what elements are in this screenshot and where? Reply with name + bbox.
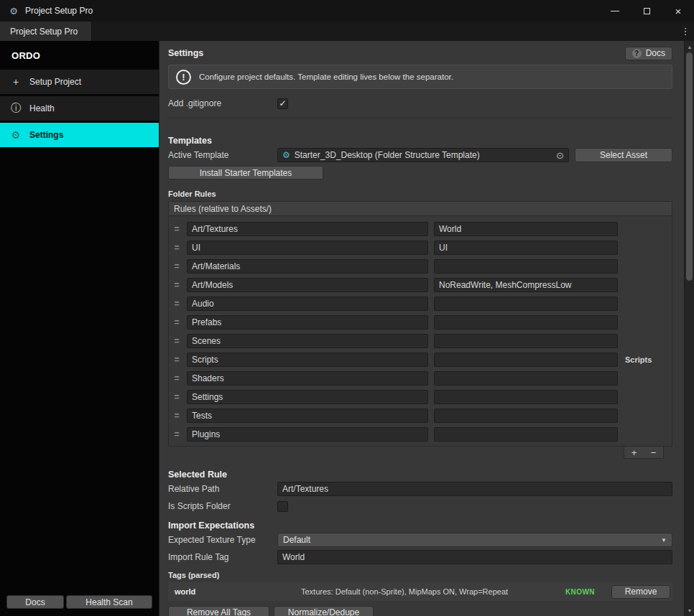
drag-handle-icon[interactable]: = [172, 337, 181, 345]
rule-row: = [172, 257, 668, 276]
scroll-down-icon[interactable]: ▼ [685, 605, 694, 615]
tab-menu-icon[interactable]: ⋮ [677, 22, 694, 41]
sidebar-title: ORDO [0, 41, 159, 70]
drag-handle-icon[interactable]: = [172, 244, 181, 251]
help-docs-button[interactable]: ? Docs [625, 47, 672, 60]
rules-list-footer: + − [168, 447, 672, 459]
tag-status-badge: KNOWN [565, 588, 606, 596]
close-button[interactable]: × [662, 0, 694, 22]
import-rule-tag-row: Import Rule Tag [168, 549, 672, 565]
rule-tag-input[interactable] [434, 427, 618, 442]
sidebar-item-health[interactable]: ⓘ Health [0, 96, 159, 121]
rules-footer-bar: + − [624, 447, 664, 459]
sidebar-item-label: Health [29, 103, 55, 113]
rule-path-input[interactable] [187, 315, 428, 330]
is-scripts-label: Is Scripts Folder [168, 501, 277, 511]
rule-tag-input[interactable] [434, 390, 618, 404]
add-rule-button[interactable]: + [624, 447, 644, 458]
rule-path-input[interactable] [187, 297, 428, 311]
remove-rule-button[interactable]: − [644, 447, 663, 458]
rule-tag-input[interactable] [434, 409, 618, 423]
active-template-object-field[interactable]: ⚙ Starter_3D_Desktop (Folder Structure T… [277, 148, 569, 162]
rule-tag-input[interactable] [434, 353, 618, 367]
window-body: ORDO + Setup Project ⓘ Health ⚙ Settings… [0, 41, 694, 616]
health-scan-button[interactable]: Health Scan [66, 595, 152, 609]
sidebar-item-setup-project[interactable]: + Setup Project [0, 70, 159, 94]
rules-list: ========Scripts==== [168, 215, 672, 447]
is-scripts-checkbox[interactable] [277, 501, 288, 512]
import-expectations-title: Import Expectations [168, 521, 672, 531]
docs-button[interactable]: Docs [6, 595, 64, 609]
rule-row: = [172, 425, 668, 444]
drag-handle-icon[interactable]: = [172, 263, 181, 270]
sidebar-item-label: Setup Project [29, 77, 81, 87]
rule-note-label: Scripts [624, 355, 668, 364]
is-scripts-row: Is Scripts Folder [168, 498, 672, 514]
rule-path-input[interactable] [187, 278, 428, 292]
sidebar: ORDO + Setup Project ⓘ Health ⚙ Settings… [0, 41, 159, 616]
sidebar-footer: Docs Health Scan [0, 590, 159, 616]
select-asset-button[interactable]: Select Asset [575, 148, 672, 162]
titlebar: ⚙ Project Setup Pro — × [0, 0, 694, 22]
vertical-scrollbar[interactable]: ▲ ▼ [684, 41, 694, 616]
rule-row: = [172, 294, 668, 313]
vertical-scrollbar-thumb[interactable] [686, 52, 693, 281]
drag-handle-icon[interactable]: = [172, 393, 181, 401]
rule-row: =Scripts [172, 350, 668, 369]
rule-tag-input[interactable] [434, 334, 618, 348]
normalize-dedupe-button[interactable]: Normalize/Dedupe [274, 606, 374, 616]
rule-path-input[interactable] [187, 241, 428, 255]
import-rule-tag-input[interactable] [277, 550, 672, 564]
rule-tag-input[interactable] [434, 241, 618, 255]
maximize-button[interactable] [631, 0, 662, 22]
template-asset-icon: ⚙ [282, 150, 290, 160]
rule-tag-input[interactable] [434, 259, 618, 274]
rule-tag-input[interactable] [434, 315, 618, 330]
drag-handle-icon[interactable]: = [172, 375, 181, 382]
drag-handle-icon[interactable]: = [172, 281, 181, 289]
texture-type-dropdown[interactable]: Default ▼ [277, 533, 672, 547]
section-separator [168, 118, 672, 118]
settings-panel: Settings ? Docs ! Configure project defa… [159, 41, 684, 616]
templates-section-title: Templates [168, 136, 672, 146]
rule-path-input[interactable] [187, 371, 428, 386]
drag-handle-icon[interactable]: = [172, 300, 181, 307]
rule-path-input[interactable] [187, 409, 428, 423]
rule-row: = [172, 369, 668, 388]
relative-path-input[interactable] [277, 482, 672, 496]
drag-handle-icon[interactable]: = [172, 356, 181, 363]
gitignore-checkbox[interactable]: ✓ [277, 98, 288, 109]
rule-path-input[interactable] [187, 427, 428, 442]
rule-tag-input[interactable] [434, 371, 618, 386]
rule-row: = [172, 406, 668, 425]
drag-handle-icon[interactable]: = [172, 319, 181, 326]
rule-path-input[interactable] [187, 334, 428, 348]
tag-description: Textures: Default (non-Sprite), MipMaps … [301, 587, 560, 596]
remove-all-tags-button[interactable]: Remove All Tags [168, 606, 269, 616]
rule-tag-input[interactable] [434, 278, 618, 292]
texture-type-value: Default [283, 535, 661, 545]
tag-remove-button[interactable]: Remove [611, 585, 670, 599]
rule-path-input[interactable] [187, 353, 428, 367]
drag-handle-icon[interactable]: = [172, 225, 181, 233]
tag-actions: Remove All Tags Normalize/Dedupe [168, 606, 672, 616]
install-starter-templates-button[interactable]: Install Starter Templates [168, 166, 323, 179]
scroll-up-icon[interactable]: ▲ [685, 42, 694, 52]
help-docs-label: Docs [646, 48, 665, 58]
relative-path-label: Relative Path [168, 484, 277, 494]
active-template-value: Starter_3D_Desktop (Folder Structure Tem… [295, 150, 552, 160]
sidebar-item-label: Settings [29, 130, 63, 140]
tab-project-setup-pro[interactable]: Project Setup Pro [0, 22, 92, 41]
drag-handle-icon[interactable]: = [172, 431, 181, 438]
rule-path-input[interactable] [187, 390, 428, 404]
rule-tag-input[interactable] [434, 222, 618, 236]
drag-handle-icon[interactable]: = [172, 412, 181, 419]
tag-entry-row: worldTextures: Default (non-Sprite), Mip… [168, 582, 672, 601]
sidebar-item-settings[interactable]: ⚙ Settings [0, 123, 159, 147]
minimize-button[interactable]: — [599, 0, 631, 22]
rule-path-input[interactable] [187, 222, 428, 236]
rule-row: = [172, 313, 668, 332]
rule-tag-input[interactable] [434, 297, 618, 311]
rule-path-input[interactable] [187, 259, 428, 274]
object-picker-icon[interactable]: ⊙ [556, 150, 564, 161]
